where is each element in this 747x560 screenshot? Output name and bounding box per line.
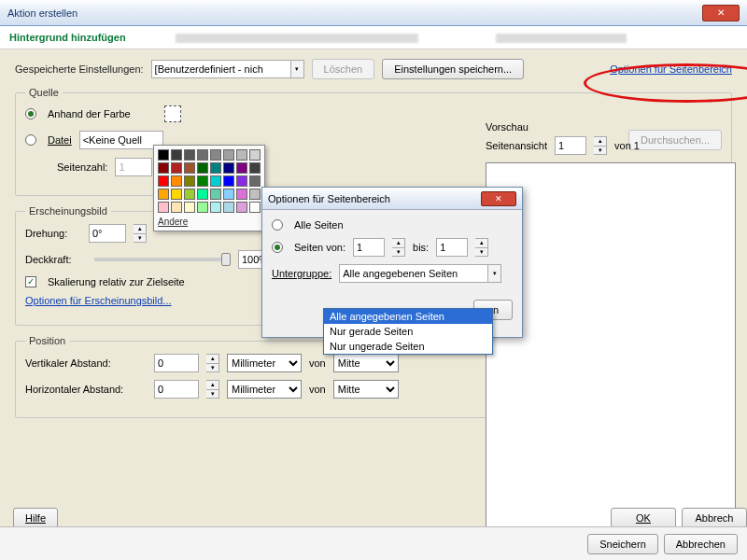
palette-swatch[interactable] [171, 202, 182, 213]
dropdown-option[interactable]: Nur ungerade Seiten [324, 339, 492, 354]
rotation-input[interactable] [89, 224, 126, 243]
palette-swatch[interactable] [184, 202, 195, 213]
close-icon[interactable] [481, 191, 516, 206]
spinner-icon[interactable]: ▴▾ [206, 380, 219, 399]
horizontal-unit-select[interactable]: Millimeter [227, 380, 302, 399]
saved-settings-select[interactable] [151, 60, 291, 78]
palette-swatch[interactable] [158, 189, 169, 200]
radio-by-color[interactable] [25, 108, 36, 119]
footer-save-button[interactable]: Sneichern [587, 534, 658, 554]
page-of-label: von 1 [614, 140, 640, 151]
palette-swatch[interactable] [236, 189, 247, 200]
pages-to-input[interactable] [436, 238, 468, 257]
palette-swatch[interactable] [197, 202, 208, 213]
palette-swatch[interactable] [184, 149, 195, 161]
palette-swatch[interactable] [249, 175, 261, 187]
palette-swatch[interactable] [197, 149, 208, 161]
palette-more-link[interactable]: Andere [158, 217, 261, 227]
vertical-ref-select[interactable]: Mitte [333, 354, 399, 372]
vertical-unit-select[interactable]: Millimeter [227, 354, 302, 372]
cancel-button[interactable]: Abbrech [682, 508, 747, 528]
palette-swatch[interactable] [210, 175, 221, 187]
palette-swatch[interactable] [210, 149, 221, 161]
page-range-options-link[interactable]: Optionen für Seitenbereich [610, 63, 732, 75]
spinner-icon[interactable]: ▴▾ [206, 354, 219, 372]
palette-swatch[interactable] [223, 189, 234, 200]
radio-all-pages[interactable] [272, 219, 283, 231]
opacity-label: Deckkraft: [25, 254, 81, 265]
subgroup-label: Untergruppe: [272, 268, 331, 279]
window-titlebar: Aktion erstellen [0, 0, 747, 26]
palette-swatch[interactable] [158, 175, 169, 187]
dropdown-icon[interactable]: ▾ [488, 264, 501, 283]
horizontal-distance-label: Horizontaler Abstand: [25, 384, 147, 395]
palette-swatch[interactable] [171, 175, 182, 187]
subgroup-select[interactable] [339, 264, 488, 283]
vertical-distance-input[interactable] [154, 354, 199, 372]
rotation-spinner[interactable]: ▴▾ [134, 224, 147, 243]
horizontal-distance-input[interactable] [154, 380, 199, 399]
preview-canvas [486, 162, 736, 536]
rotation-label: Drehung: [25, 228, 81, 239]
palette-swatch[interactable] [249, 162, 261, 174]
palette-swatch[interactable] [223, 149, 234, 161]
radio-file[interactable] [25, 134, 36, 146]
spinner-icon[interactable]: ▴▾ [475, 238, 488, 257]
preview-legend: Vorschau [486, 121, 747, 133]
palette-swatch[interactable] [210, 189, 221, 200]
palette-swatch[interactable] [197, 175, 208, 187]
appearance-options-link[interactable]: Optionen für Erscheinungsbild... [25, 295, 172, 306]
radio-pages-from[interactable] [272, 242, 283, 253]
opacity-slider[interactable] [94, 258, 225, 261]
source-legend: Quelle [25, 87, 63, 98]
page-view-input[interactable] [555, 136, 586, 155]
palette-swatch[interactable] [236, 175, 247, 187]
palette-swatch[interactable] [171, 149, 182, 161]
palette-swatch[interactable] [197, 162, 208, 174]
file-path-input[interactable] [79, 131, 163, 149]
horizontal-ref-select[interactable]: Mitte [333, 380, 399, 399]
palette-swatch[interactable] [171, 189, 182, 200]
palette-swatch[interactable] [210, 202, 221, 213]
palette-swatch[interactable] [249, 202, 261, 213]
close-icon[interactable] [702, 5, 740, 21]
palette-swatch[interactable] [236, 149, 247, 161]
slider-thumb[interactable] [221, 253, 231, 266]
palette-swatch[interactable] [236, 162, 247, 174]
saved-settings-label: Gespeicherte Einstellungen: [15, 63, 144, 75]
footer-bar: Sneichern Abbrechen [0, 526, 747, 560]
ok-button[interactable]: OK [611, 508, 676, 528]
dropdown-option[interactable]: Alle angegebenen Seiten [324, 309, 492, 324]
palette-swatch[interactable] [236, 202, 247, 213]
spinner-icon[interactable]: ▴▾ [594, 136, 607, 155]
radio-by-color-label: Anhand der Farbe [48, 108, 131, 119]
palette-swatch[interactable] [184, 189, 195, 200]
dropdown-icon[interactable]: ▾ [291, 60, 304, 78]
spinner-icon[interactable]: ▴▾ [392, 238, 405, 257]
palette-swatch[interactable] [197, 189, 208, 200]
save-settings-button[interactable]: Einstellungen speichern... [382, 59, 524, 79]
palette-swatch[interactable] [158, 162, 169, 174]
pages-from-input[interactable] [353, 238, 385, 257]
palette-swatch[interactable] [249, 189, 261, 200]
position-legend: Position [25, 335, 69, 346]
palette-swatch[interactable] [223, 162, 234, 174]
dropdown-option[interactable]: Nur gerade Seiten [324, 324, 492, 339]
palette-swatch[interactable] [210, 162, 221, 174]
palette-swatch[interactable] [223, 175, 234, 187]
palette-swatch[interactable] [184, 162, 195, 174]
vertical-distance-label: Vertikaler Abstand: [25, 357, 147, 369]
help-button[interactable]: Hilfe [13, 508, 58, 528]
scale-checkbox[interactable] [25, 276, 36, 287]
page-count-label: Seitenzahl: [57, 161, 107, 173]
footer-cancel-button[interactable]: Abbrechen [664, 534, 738, 554]
palette-swatch[interactable] [184, 175, 195, 187]
palette-swatch[interactable] [158, 149, 169, 161]
palette-swatch[interactable] [223, 202, 234, 213]
palette-swatch[interactable] [171, 162, 182, 174]
palette-swatch[interactable] [158, 202, 169, 213]
window-title: Aktion erstellen [7, 7, 78, 19]
color-swatch[interactable] [164, 105, 181, 122]
palette-swatch[interactable] [249, 149, 261, 161]
scale-label: Skalierung relativ zur Zielseite [48, 276, 185, 287]
